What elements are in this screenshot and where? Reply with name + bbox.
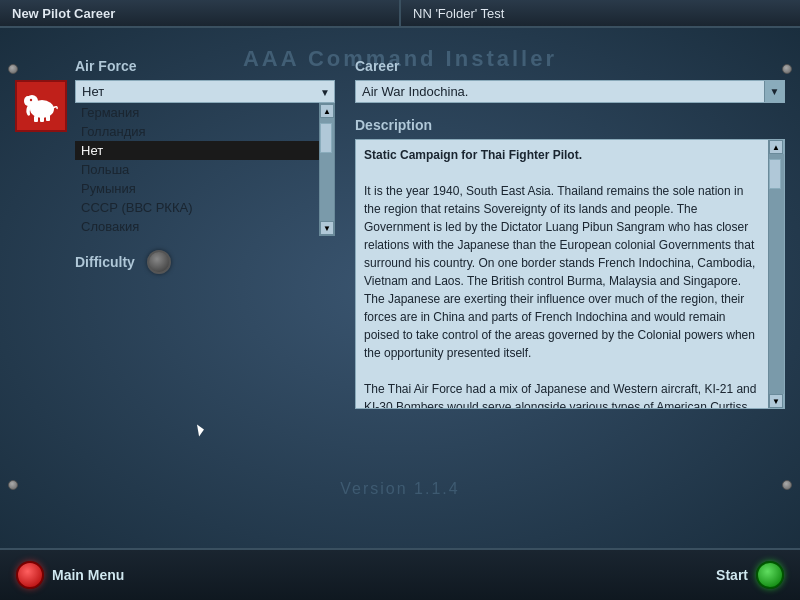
description-box: Static Campaign for Thai Fighter Pilot. …	[355, 139, 785, 409]
scroll-up-btn[interactable]: ▲	[320, 104, 334, 118]
dropdown-selected-value: Нет	[82, 84, 104, 99]
air-force-label: Air Force	[75, 58, 335, 74]
career-selected-value: Air War Indochina.	[362, 84, 468, 99]
air-force-dropdown[interactable]: Нет Германия Голландия Нет Польша Румыни…	[75, 80, 335, 236]
description-body2: The Thai Air Force had a mix of Japanese…	[364, 382, 756, 408]
elephant-icon	[22, 87, 60, 125]
dropdown-item-sssr[interactable]: СССР (ВВС РККА)	[75, 198, 319, 217]
list-scrollbar: ▲ ▼	[319, 103, 335, 236]
main-menu-light	[16, 561, 44, 589]
dropdown-items: Германия Голландия Нет Польша Румыния СС…	[75, 103, 319, 236]
desc-scroll-down[interactable]: ▼	[769, 394, 783, 408]
screw-br	[782, 480, 792, 490]
svg-rect-5	[34, 116, 38, 122]
desc-scroll-thumb[interactable]	[769, 159, 781, 189]
start-button[interactable]: Start	[716, 561, 784, 589]
desc-scrollbar: ▲ ▼	[768, 140, 784, 408]
title-folder-test: NN 'Folder' Test	[413, 6, 504, 21]
dropdown-item-slovakiya[interactable]: Словакия	[75, 217, 319, 236]
af-top-row: Нет Германия Голландия Нет Польша Румыни…	[15, 80, 335, 236]
career-label: Career	[355, 58, 785, 74]
watermark2-text: Version 1.1.4	[0, 480, 800, 498]
dropdown-item-germania[interactable]: Германия	[75, 103, 319, 122]
description-title: Static Campaign for Thai Fighter Pilot.	[364, 148, 582, 162]
right-panel: Career Air War Indochina. ▼ Description …	[355, 58, 785, 409]
main-menu-label: Main Menu	[52, 567, 124, 583]
scroll-down-btn[interactable]: ▼	[320, 221, 334, 235]
desc-scroll-track	[769, 154, 784, 394]
scroll-thumb[interactable]	[320, 123, 332, 153]
dropdown-list-container: Германия Голландия Нет Польша Румыния СС…	[75, 103, 335, 236]
description-section: Description Static Campaign for Thai Fig…	[355, 117, 785, 409]
main-menu-button[interactable]: Main Menu	[16, 561, 124, 589]
left-panel: Air Force	[15, 58, 335, 274]
dropdown-item-gollandiya[interactable]: Голландия	[75, 122, 319, 141]
difficulty-label: Difficulty	[75, 254, 135, 270]
start-light	[756, 561, 784, 589]
description-body: It is the year 1940, South East Asia. Th…	[364, 184, 755, 360]
desc-scroll-up[interactable]: ▲	[769, 140, 783, 154]
difficulty-row: Difficulty	[75, 250, 335, 274]
main-content: AAA Command Installer Version 1.1.4 Air …	[0, 28, 800, 548]
career-dropdown[interactable]: Air War Indochina. ▼	[355, 80, 785, 103]
screw-bl	[8, 480, 18, 490]
air-force-logo	[15, 80, 67, 132]
dropdown-item-polsha[interactable]: Польша	[75, 160, 319, 179]
bottom-bar: Main Menu Start	[0, 548, 800, 600]
dropdown-item-rumyniya[interactable]: Румыния	[75, 179, 319, 198]
start-label: Start	[716, 567, 748, 583]
career-dropdown-arrow[interactable]: ▼	[764, 81, 784, 102]
difficulty-knob[interactable]	[147, 250, 171, 274]
dropdown-header[interactable]: Нет	[75, 80, 335, 103]
cursor	[197, 424, 205, 437]
svg-rect-7	[46, 115, 50, 121]
title-bar: New Pilot Career NN 'Folder' Test	[0, 0, 800, 28]
title-left: New Pilot Career	[0, 0, 401, 26]
scroll-track	[320, 118, 334, 221]
title-new-pilot: New Pilot Career	[12, 6, 115, 21]
svg-point-4	[30, 99, 32, 101]
description-label: Description	[355, 117, 785, 133]
dropdown-item-net[interactable]: Нет	[75, 141, 319, 160]
description-text: Static Campaign for Thai Fighter Pilot. …	[356, 140, 768, 408]
title-right: NN 'Folder' Test	[401, 0, 800, 26]
svg-rect-6	[40, 116, 44, 122]
